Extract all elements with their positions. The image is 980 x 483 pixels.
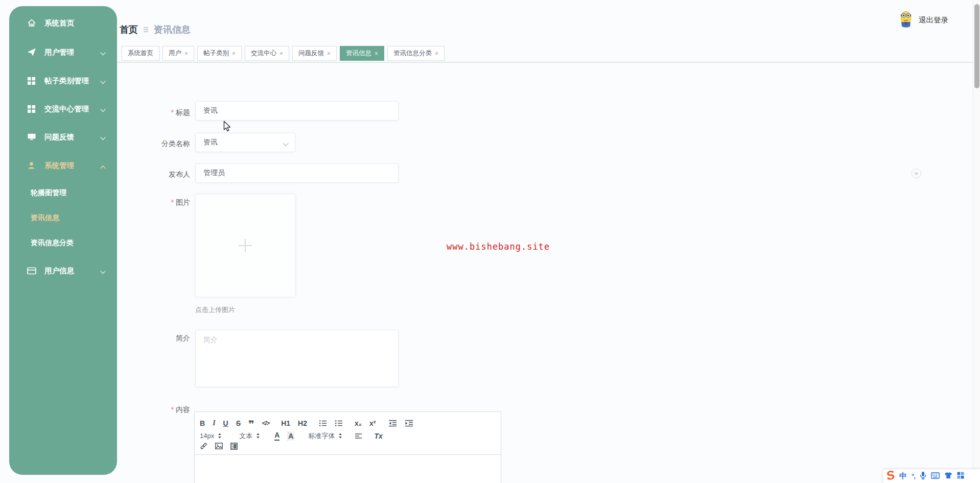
tab-post-category[interactable]: 帖子类别 × (197, 46, 242, 61)
sidebar-item-system-home[interactable]: 系统首页 (27, 16, 110, 30)
close-icon[interactable]: × (279, 51, 283, 57)
floating-widget-icon[interactable]: ▣ (912, 168, 921, 178)
sidebar-item-exchange-center[interactable]: 交流中心管理 (27, 102, 110, 116)
bold-button[interactable]: B (200, 420, 205, 427)
background-color-button[interactable]: A (287, 431, 294, 441)
font-family-picker[interactable]: 标准字体 (308, 431, 342, 441)
indent-icon[interactable] (405, 420, 413, 427)
publisher-input[interactable] (195, 163, 399, 183)
upload-hint: 点击上传图片 (195, 305, 235, 315)
tab-news-info[interactable]: 资讯信息 × (340, 46, 384, 61)
grid-icon (27, 76, 36, 86)
align-icon[interactable] (355, 433, 362, 439)
chevron-down-icon (100, 134, 106, 142)
ordered-list-icon[interactable] (319, 420, 327, 427)
chinese-mode-icon[interactable]: 中 (899, 471, 907, 481)
sidebar-item-system-management[interactable]: 系统管理 (27, 158, 110, 173)
code-block-button[interactable]: </> (262, 420, 269, 426)
sidebar-item-user-info[interactable]: 用户信息 (27, 263, 110, 278)
content-label: *内容 (113, 405, 190, 415)
editor-content-area[interactable] (195, 455, 501, 483)
minion-avatar (898, 10, 914, 30)
sidebar-item-post-category[interactable]: 帖子类别管理 (27, 74, 110, 88)
chevron-down-icon (100, 268, 106, 276)
rich-text-editor: B I U S ❞ </> H1 H2 x₂ x² 14p (194, 412, 501, 483)
sidebar-item-user-management[interactable]: 用户管理 (27, 45, 110, 59)
close-icon[interactable]: × (435, 51, 438, 57)
outdent-icon[interactable] (388, 420, 397, 427)
sidebar-item-feedback[interactable]: 问题反馈 (27, 130, 110, 144)
chevron-down-icon (100, 78, 106, 86)
close-icon[interactable]: × (375, 51, 378, 57)
tab-exchange-center[interactable]: 交流中心 × (245, 46, 289, 61)
sidebar-item-label: 问题反馈 (44, 132, 74, 142)
breadcrumb-separator-icon (144, 27, 148, 32)
chevron-down-icon (100, 106, 106, 114)
breadcrumb-home[interactable]: 首页 (120, 23, 138, 36)
publisher-label: 发布人 (113, 170, 190, 179)
skin-icon[interactable] (944, 472, 952, 481)
category-select-value: 资讯 (203, 138, 218, 147)
editor-toolbar: B I U S ❞ </> H1 H2 x₂ x² 14p (195, 412, 501, 455)
blockquote-button[interactable]: ❞ (248, 419, 254, 429)
close-icon[interactable]: × (184, 51, 188, 57)
logout-label: 退出登录 (919, 15, 948, 25)
chevron-up-icon (100, 162, 106, 171)
scrollbar[interactable] (973, 0, 980, 483)
sogou-logo[interactable]: S (886, 469, 895, 482)
sidebar-item-label: 用户信息 (44, 266, 74, 276)
text-color-button[interactable]: A (274, 431, 279, 441)
tab-bar: 系统首页 用户 × 帖子类别 × 交流中心 × 问题反馈 × 资讯信息 × 资讯… (122, 46, 445, 61)
underline-button[interactable]: U (223, 420, 228, 427)
category-select[interactable]: 资讯 (195, 133, 295, 152)
italic-button[interactable]: I (213, 420, 215, 427)
sidebar-subitem-carousel-management[interactable]: 轮播图管理 (31, 187, 66, 199)
intro-textarea[interactable] (195, 330, 399, 387)
strike-button[interactable]: S (236, 420, 241, 427)
header1-button[interactable]: H1 (281, 420, 290, 427)
clean-format-button[interactable]: Tx (374, 432, 382, 440)
sidebar-subitem-label: 轮播图管理 (31, 188, 66, 198)
superscript-button[interactable]: x² (369, 420, 376, 427)
sidebar-subitem-news-info[interactable]: 资讯信息 (31, 212, 59, 224)
image-icon[interactable] (215, 443, 223, 449)
header2-button[interactable]: H2 (298, 420, 307, 427)
home-icon (27, 18, 36, 28)
image-upload-dropzone[interactable] (195, 194, 295, 297)
sidebar: 系统首页 用户管理 帖子类别管理 交流中心管理 问题反馈 (9, 6, 117, 475)
sidebar-subitem-label: 资讯信息 (31, 213, 59, 223)
punctuation-icon[interactable]: °, (912, 472, 915, 480)
intro-label: 简介 (113, 334, 190, 343)
breadcrumb-current: 资讯信息 (154, 23, 191, 36)
microphone-icon[interactable] (920, 471, 926, 481)
video-icon[interactable] (230, 443, 238, 450)
card-icon (27, 266, 36, 276)
toolbox-icon[interactable] (957, 472, 964, 481)
sidebar-item-label: 系统管理 (44, 161, 74, 171)
scrollbar-thumb[interactable] (974, 4, 979, 88)
close-icon[interactable]: × (232, 51, 236, 57)
title-input[interactable] (195, 101, 399, 120)
logout-button[interactable]: 退出登录 (898, 10, 948, 30)
sidebar-item-label: 帖子类别管理 (44, 76, 89, 86)
monitor-icon (27, 132, 36, 142)
subscript-button[interactable]: x₂ (355, 420, 362, 427)
sidebar-item-label: 用户管理 (44, 47, 74, 57)
input-method-bar[interactable]: S 中 °, (883, 469, 980, 483)
tab-user[interactable]: 用户 × (162, 46, 194, 61)
sidebar-item-label: 系统首页 (44, 18, 74, 28)
header-picker[interactable]: 文本 (239, 431, 260, 441)
keyboard-icon[interactable] (931, 472, 940, 481)
tab-feedback[interactable]: 问题反馈 × (292, 46, 337, 61)
grid-icon (27, 104, 36, 114)
tab-news-category[interactable]: 资讯信息分类 × (387, 46, 445, 61)
tab-system-home[interactable]: 系统首页 (122, 46, 159, 61)
sidebar-item-label: 交流中心管理 (44, 104, 89, 114)
chevron-down-icon (283, 140, 289, 148)
close-icon[interactable]: × (327, 51, 331, 57)
sidebar-subitem-news-category[interactable]: 资讯信息分类 (31, 237, 74, 249)
plus-icon (239, 239, 252, 252)
link-icon[interactable] (200, 442, 207, 450)
font-size-picker[interactable]: 14px (200, 432, 222, 440)
bullet-list-icon[interactable] (335, 420, 343, 427)
